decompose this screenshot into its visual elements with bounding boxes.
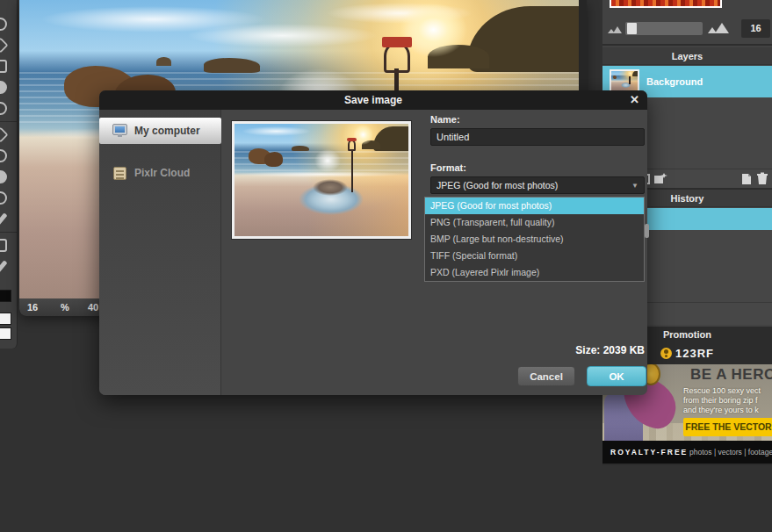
- format-option-jpeg[interactable]: JPEG (Good for most photos): [425, 198, 644, 214]
- format-selected-value: JPEG (Good for most photos): [437, 177, 558, 194]
- cloud-storage-icon: [113, 167, 126, 180]
- computer-icon: [112, 124, 127, 135]
- toolbar-divider: [0, 121, 18, 122]
- close-icon[interactable]: ✕: [630, 90, 639, 110]
- tool-icon[interactable]: [0, 102, 7, 115]
- ad-footer-brandline: ROYALTY-FREE: [610, 448, 688, 457]
- quality-slider-handle[interactable]: [645, 224, 649, 238]
- ok-button[interactable]: OK: [587, 366, 646, 386]
- chevron-down-icon[interactable]: ▼: [631, 177, 639, 194]
- panel-divider: [602, 44, 772, 46]
- tab-pixlr-cloud[interactable]: Pixlr Cloud: [99, 160, 221, 186]
- tool-icon[interactable]: [0, 260, 7, 273]
- toolbar-divider: [0, 232, 18, 233]
- new-layer-icon[interactable]: [740, 172, 754, 186]
- ad-footer-bar: ROYALTY-FREE photos | vectors | footage …: [602, 441, 772, 464]
- tool-icon[interactable]: [0, 60, 7, 73]
- tool-icon[interactable]: [0, 239, 7, 252]
- tool-icon[interactable]: [0, 170, 7, 183]
- navigator-zoom-row: 16: [602, 19, 772, 39]
- file-size-text: Size: 2039 KB: [430, 344, 645, 356]
- format-select[interactable]: JPEG (Good for most photos) ▼: [430, 176, 645, 194]
- name-label: Name:: [430, 114, 460, 125]
- tab-my-computer[interactable]: My computer: [99, 118, 221, 144]
- navigator-thumbnail[interactable]: [610, 0, 722, 8]
- zoom-value-box[interactable]: 16: [741, 19, 770, 38]
- photo-sun: [400, 3, 466, 56]
- ad-headline: BE A HERO: [690, 366, 772, 384]
- tool-icon[interactable]: [0, 212, 7, 226]
- format-dropdown-list: JPEG (Good for most photos) PNG (Transpa…: [424, 197, 645, 282]
- zoom-in-icon[interactable]: [715, 23, 729, 33]
- zoom-out-icon[interactable]: [613, 26, 622, 33]
- layers-panel-header[interactable]: Layers: [602, 47, 772, 65]
- name-input[interactable]: [430, 128, 645, 146]
- brand-name: 123RF: [675, 347, 714, 360]
- status-percent-sign: %: [61, 298, 69, 316]
- ad-text-line: Rescue 100 sexy vect: [683, 386, 761, 395]
- status-zoom-value[interactable]: 16: [27, 298, 38, 316]
- tab-label: My computer: [134, 118, 200, 144]
- dialog-destination-tabs: My computer Pixlr Cloud: [99, 110, 221, 395]
- format-option-pxd[interactable]: PXD (Layered Pixlr image): [425, 264, 644, 281]
- format-option-bmp[interactable]: BMP (Large but non-destructive): [425, 231, 644, 248]
- tool-icon[interactable]: [0, 128, 7, 141]
- save-preview-image: [232, 121, 411, 239]
- brand-logo-icon: [660, 348, 672, 359]
- delete-layer-icon[interactable]: [755, 172, 769, 186]
- tool-icon[interactable]: [0, 81, 7, 94]
- save-image-dialog: Save image ✕ My computer Pixlr Cloud: [99, 90, 647, 395]
- tool-palette: [0, 0, 18, 349]
- zoom-slider-handle[interactable]: [627, 23, 637, 34]
- ad-text-line: from their boring zip f: [683, 396, 758, 405]
- ad-text-line: and they're yours to k: [683, 406, 759, 414]
- ad-footer-categories: photos | vectors | footage | a: [689, 448, 772, 457]
- tool-icon[interactable]: [0, 149, 7, 162]
- layer-mask-icon[interactable]: [653, 172, 667, 186]
- layer-name: Background: [646, 66, 703, 97]
- tool-icon[interactable]: [0, 18, 7, 31]
- zoom-slider[interactable]: [625, 22, 703, 35]
- ad-cta-button[interactable]: FREE THE VECTORS: [683, 418, 772, 436]
- format-option-tiff[interactable]: TIFF (Special format): [425, 248, 644, 264]
- tool-icon[interactable]: [0, 39, 7, 52]
- background-color-swatch[interactable]: [0, 313, 11, 325]
- pixlr-app: 16 % 40 16 Layers Background: [0, 0, 772, 532]
- tool-icon[interactable]: [0, 191, 7, 205]
- cancel-button[interactable]: Cancel: [517, 366, 575, 386]
- format-option-png[interactable]: PNG (Transparent, full quality): [425, 214, 644, 231]
- color-swatch[interactable]: [0, 327, 11, 340]
- tab-label: Pixlr Cloud: [134, 160, 190, 186]
- foreground-color-swatch[interactable]: [0, 290, 11, 302]
- dialog-title: Save image: [99, 90, 647, 110]
- format-label: Format:: [430, 162, 466, 173]
- status-dimensions: 40: [88, 298, 98, 316]
